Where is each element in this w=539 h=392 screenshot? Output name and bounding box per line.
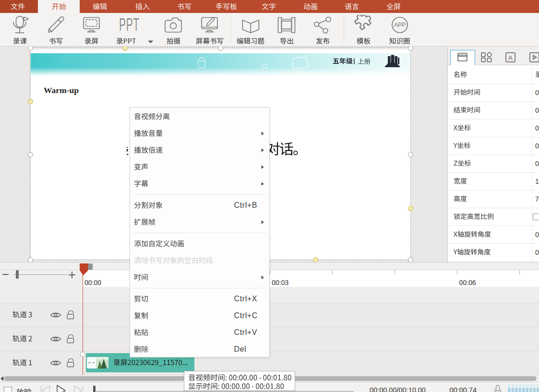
svg-text:A: A [508,54,513,61]
